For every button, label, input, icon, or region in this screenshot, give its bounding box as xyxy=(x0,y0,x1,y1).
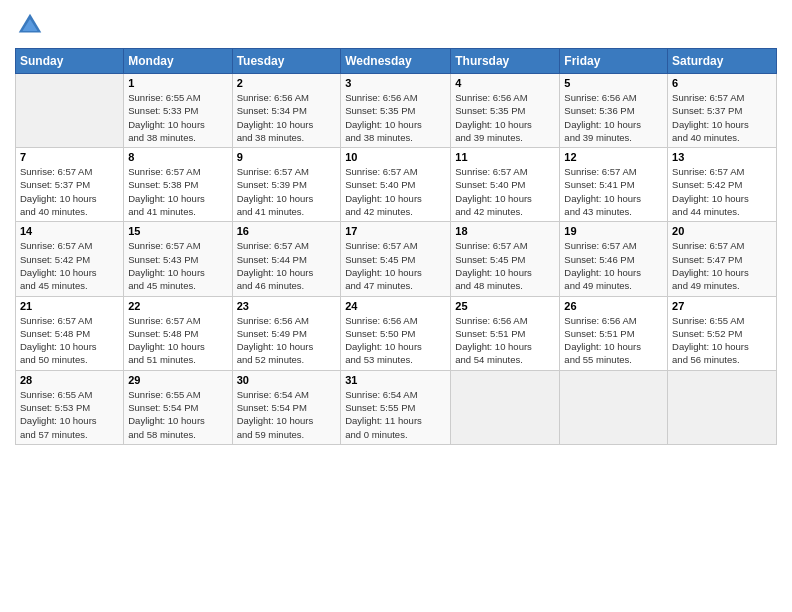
week-row-1: 1Sunrise: 6:55 AM Sunset: 5:33 PM Daylig… xyxy=(16,74,777,148)
day-number: 27 xyxy=(672,300,772,312)
day-detail: Sunrise: 6:57 AM Sunset: 5:45 PM Dayligh… xyxy=(455,239,555,292)
day-cell: 8Sunrise: 6:57 AM Sunset: 5:38 PM Daylig… xyxy=(124,148,232,222)
day-cell: 13Sunrise: 6:57 AM Sunset: 5:42 PM Dayli… xyxy=(668,148,777,222)
day-number: 7 xyxy=(20,151,119,163)
day-detail: Sunrise: 6:56 AM Sunset: 5:35 PM Dayligh… xyxy=(455,91,555,144)
week-row-5: 28Sunrise: 6:55 AM Sunset: 5:53 PM Dayli… xyxy=(16,370,777,444)
day-cell: 10Sunrise: 6:57 AM Sunset: 5:40 PM Dayli… xyxy=(341,148,451,222)
day-cell: 18Sunrise: 6:57 AM Sunset: 5:45 PM Dayli… xyxy=(451,222,560,296)
day-cell xyxy=(16,74,124,148)
day-number: 16 xyxy=(237,225,337,237)
day-detail: Sunrise: 6:56 AM Sunset: 5:51 PM Dayligh… xyxy=(564,314,663,367)
day-cell: 22Sunrise: 6:57 AM Sunset: 5:48 PM Dayli… xyxy=(124,296,232,370)
day-detail: Sunrise: 6:56 AM Sunset: 5:51 PM Dayligh… xyxy=(455,314,555,367)
header xyxy=(15,10,777,40)
day-number: 6 xyxy=(672,77,772,89)
day-cell: 25Sunrise: 6:56 AM Sunset: 5:51 PM Dayli… xyxy=(451,296,560,370)
day-cell: 1Sunrise: 6:55 AM Sunset: 5:33 PM Daylig… xyxy=(124,74,232,148)
day-number: 25 xyxy=(455,300,555,312)
day-number: 3 xyxy=(345,77,446,89)
day-number: 13 xyxy=(672,151,772,163)
day-number: 14 xyxy=(20,225,119,237)
day-detail: Sunrise: 6:56 AM Sunset: 5:50 PM Dayligh… xyxy=(345,314,446,367)
day-number: 20 xyxy=(672,225,772,237)
day-number: 12 xyxy=(564,151,663,163)
day-detail: Sunrise: 6:55 AM Sunset: 5:53 PM Dayligh… xyxy=(20,388,119,441)
day-detail: Sunrise: 6:54 AM Sunset: 5:55 PM Dayligh… xyxy=(345,388,446,441)
day-cell: 24Sunrise: 6:56 AM Sunset: 5:50 PM Dayli… xyxy=(341,296,451,370)
calendar-table: SundayMondayTuesdayWednesdayThursdayFrid… xyxy=(15,48,777,445)
day-cell: 9Sunrise: 6:57 AM Sunset: 5:39 PM Daylig… xyxy=(232,148,341,222)
logo xyxy=(15,10,49,40)
day-detail: Sunrise: 6:57 AM Sunset: 5:48 PM Dayligh… xyxy=(20,314,119,367)
day-detail: Sunrise: 6:57 AM Sunset: 5:41 PM Dayligh… xyxy=(564,165,663,218)
day-cell: 31Sunrise: 6:54 AM Sunset: 5:55 PM Dayli… xyxy=(341,370,451,444)
day-detail: Sunrise: 6:57 AM Sunset: 5:45 PM Dayligh… xyxy=(345,239,446,292)
logo-icon xyxy=(15,10,45,40)
day-number: 23 xyxy=(237,300,337,312)
day-cell: 17Sunrise: 6:57 AM Sunset: 5:45 PM Dayli… xyxy=(341,222,451,296)
day-detail: Sunrise: 6:57 AM Sunset: 5:44 PM Dayligh… xyxy=(237,239,337,292)
day-detail: Sunrise: 6:57 AM Sunset: 5:43 PM Dayligh… xyxy=(128,239,227,292)
day-cell xyxy=(451,370,560,444)
day-cell: 4Sunrise: 6:56 AM Sunset: 5:35 PM Daylig… xyxy=(451,74,560,148)
day-cell: 20Sunrise: 6:57 AM Sunset: 5:47 PM Dayli… xyxy=(668,222,777,296)
day-number: 29 xyxy=(128,374,227,386)
day-detail: Sunrise: 6:57 AM Sunset: 5:46 PM Dayligh… xyxy=(564,239,663,292)
day-number: 5 xyxy=(564,77,663,89)
header-row: SundayMondayTuesdayWednesdayThursdayFrid… xyxy=(16,49,777,74)
day-detail: Sunrise: 6:57 AM Sunset: 5:42 PM Dayligh… xyxy=(672,165,772,218)
day-number: 15 xyxy=(128,225,227,237)
header-cell-friday: Friday xyxy=(560,49,668,74)
week-row-3: 14Sunrise: 6:57 AM Sunset: 5:42 PM Dayli… xyxy=(16,222,777,296)
day-number: 1 xyxy=(128,77,227,89)
header-cell-wednesday: Wednesday xyxy=(341,49,451,74)
day-cell xyxy=(668,370,777,444)
day-cell: 14Sunrise: 6:57 AM Sunset: 5:42 PM Dayli… xyxy=(16,222,124,296)
day-number: 4 xyxy=(455,77,555,89)
day-cell xyxy=(560,370,668,444)
day-cell: 12Sunrise: 6:57 AM Sunset: 5:41 PM Dayli… xyxy=(560,148,668,222)
calendar-header: SundayMondayTuesdayWednesdayThursdayFrid… xyxy=(16,49,777,74)
main-container: SundayMondayTuesdayWednesdayThursdayFrid… xyxy=(0,0,792,455)
day-number: 10 xyxy=(345,151,446,163)
day-cell: 27Sunrise: 6:55 AM Sunset: 5:52 PM Dayli… xyxy=(668,296,777,370)
day-cell: 23Sunrise: 6:56 AM Sunset: 5:49 PM Dayli… xyxy=(232,296,341,370)
calendar-body: 1Sunrise: 6:55 AM Sunset: 5:33 PM Daylig… xyxy=(16,74,777,445)
day-detail: Sunrise: 6:57 AM Sunset: 5:37 PM Dayligh… xyxy=(20,165,119,218)
day-cell: 5Sunrise: 6:56 AM Sunset: 5:36 PM Daylig… xyxy=(560,74,668,148)
day-number: 18 xyxy=(455,225,555,237)
day-cell: 29Sunrise: 6:55 AM Sunset: 5:54 PM Dayli… xyxy=(124,370,232,444)
day-detail: Sunrise: 6:57 AM Sunset: 5:40 PM Dayligh… xyxy=(345,165,446,218)
week-row-2: 7Sunrise: 6:57 AM Sunset: 5:37 PM Daylig… xyxy=(16,148,777,222)
day-detail: Sunrise: 6:56 AM Sunset: 5:36 PM Dayligh… xyxy=(564,91,663,144)
header-cell-tuesday: Tuesday xyxy=(232,49,341,74)
day-cell: 2Sunrise: 6:56 AM Sunset: 5:34 PM Daylig… xyxy=(232,74,341,148)
day-detail: Sunrise: 6:56 AM Sunset: 5:34 PM Dayligh… xyxy=(237,91,337,144)
header-cell-thursday: Thursday xyxy=(451,49,560,74)
day-detail: Sunrise: 6:56 AM Sunset: 5:35 PM Dayligh… xyxy=(345,91,446,144)
day-number: 28 xyxy=(20,374,119,386)
day-detail: Sunrise: 6:55 AM Sunset: 5:52 PM Dayligh… xyxy=(672,314,772,367)
header-cell-saturday: Saturday xyxy=(668,49,777,74)
day-number: 11 xyxy=(455,151,555,163)
day-number: 8 xyxy=(128,151,227,163)
header-cell-sunday: Sunday xyxy=(16,49,124,74)
day-cell: 15Sunrise: 6:57 AM Sunset: 5:43 PM Dayli… xyxy=(124,222,232,296)
day-cell: 11Sunrise: 6:57 AM Sunset: 5:40 PM Dayli… xyxy=(451,148,560,222)
day-cell: 7Sunrise: 6:57 AM Sunset: 5:37 PM Daylig… xyxy=(16,148,124,222)
day-detail: Sunrise: 6:57 AM Sunset: 5:40 PM Dayligh… xyxy=(455,165,555,218)
day-detail: Sunrise: 6:57 AM Sunset: 5:39 PM Dayligh… xyxy=(237,165,337,218)
day-number: 26 xyxy=(564,300,663,312)
day-number: 31 xyxy=(345,374,446,386)
day-number: 24 xyxy=(345,300,446,312)
day-cell: 28Sunrise: 6:55 AM Sunset: 5:53 PM Dayli… xyxy=(16,370,124,444)
day-cell: 26Sunrise: 6:56 AM Sunset: 5:51 PM Dayli… xyxy=(560,296,668,370)
day-cell: 21Sunrise: 6:57 AM Sunset: 5:48 PM Dayli… xyxy=(16,296,124,370)
day-number: 21 xyxy=(20,300,119,312)
week-row-4: 21Sunrise: 6:57 AM Sunset: 5:48 PM Dayli… xyxy=(16,296,777,370)
day-cell: 3Sunrise: 6:56 AM Sunset: 5:35 PM Daylig… xyxy=(341,74,451,148)
day-cell: 30Sunrise: 6:54 AM Sunset: 5:54 PM Dayli… xyxy=(232,370,341,444)
day-number: 22 xyxy=(128,300,227,312)
day-detail: Sunrise: 6:55 AM Sunset: 5:54 PM Dayligh… xyxy=(128,388,227,441)
